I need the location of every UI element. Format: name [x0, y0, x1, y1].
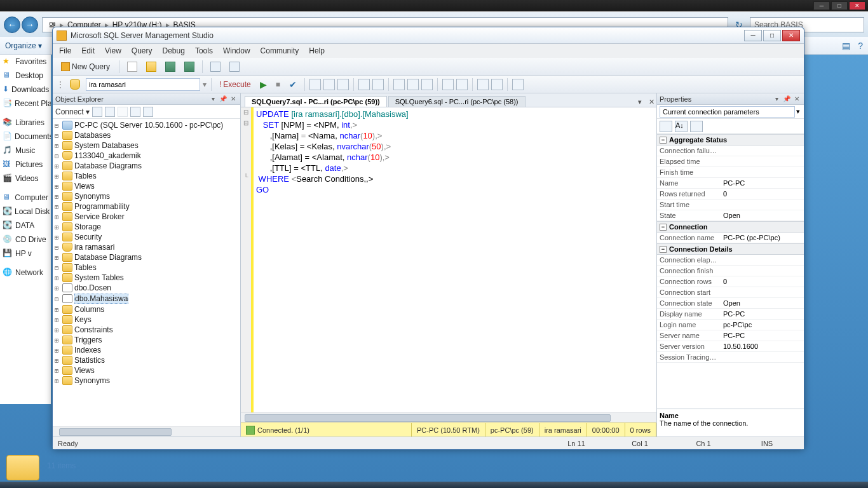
- property-row[interactable]: Server namePC-PC: [657, 330, 804, 341]
- props-pin-icon[interactable]: 📌: [782, 95, 791, 104]
- property-row[interactable]: Connection elapsed: [657, 255, 804, 266]
- property-row[interactable]: Connection namePC-PC (pc-PC\pc): [657, 233, 804, 243]
- sidebar-desktop[interactable]: Desktop: [15, 71, 43, 80]
- property-row[interactable]: Session Tracing ID: [657, 352, 804, 363]
- property-row[interactable]: Login namepc-PC\pc: [657, 320, 804, 330]
- ssms-close-button[interactable]: ✕: [782, 30, 800, 41]
- favorites-heading[interactable]: Favorites: [15, 57, 46, 66]
- results-grid-icon[interactable]: [407, 79, 419, 90]
- menu-edit[interactable]: Edit: [81, 46, 95, 55]
- property-row[interactable]: Start time: [657, 200, 804, 210]
- sql-editor[interactable]: UPDATE [ira ramasari].[dbo].[Mahasiswa] …: [254, 107, 656, 412]
- menu-query[interactable]: Query: [132, 46, 153, 55]
- ssms-minimize-button[interactable]: ─: [744, 30, 762, 41]
- tab-close-icon[interactable]: ✕: [646, 97, 656, 107]
- registered-servers-button[interactable]: [226, 60, 243, 74]
- view-options-icon[interactable]: ▤: [842, 41, 850, 51]
- filter-icon[interactable]: [130, 107, 140, 117]
- disconnect-icon[interactable]: [105, 107, 115, 117]
- execute-button[interactable]: ! Execute: [216, 78, 254, 91]
- editor-hscroll[interactable]: [241, 412, 656, 423]
- menu-help[interactable]: Help: [309, 46, 325, 55]
- organize-menu[interactable]: Organize ▾: [5, 41, 42, 50]
- categorized-icon[interactable]: [660, 121, 672, 132]
- display-plan-icon[interactable]: [309, 79, 321, 90]
- comment-icon[interactable]: [442, 79, 454, 90]
- alphabetical-icon[interactable]: A↓: [675, 121, 688, 132]
- props-close-icon[interactable]: ✕: [792, 95, 801, 104]
- property-row[interactable]: Connection stateOpen: [657, 298, 804, 309]
- tab-sqlquery7[interactable]: SQLQuery7.sql - PC...ri (pc-PC\pc (59)): [245, 96, 387, 107]
- connect-dropdown[interactable]: Connect ▾: [55, 107, 90, 116]
- results-file-icon[interactable]: [421, 79, 433, 90]
- new-query-button[interactable]: New Query: [57, 60, 114, 73]
- tab-sqlquery6[interactable]: SQLQuery6.sql - PC...ri (pc-PC\pc (58)): [388, 96, 526, 107]
- properties-grid[interactable]: −Aggregate Status Connection failuresEla…: [657, 134, 804, 409]
- activity-monitor-button[interactable]: [207, 60, 224, 74]
- props-dropdown-icon[interactable]: ▾: [772, 95, 781, 104]
- network-heading[interactable]: Network: [15, 268, 43, 277]
- outer-close-button[interactable]: ✕: [849, 1, 865, 10]
- connect-icon[interactable]: [92, 107, 102, 117]
- sidebar-data[interactable]: DATA: [15, 221, 34, 230]
- results-text-icon[interactable]: [393, 79, 405, 90]
- panel-pin-icon[interactable]: 📌: [219, 95, 227, 104]
- sidebar-local[interactable]: Local Disk: [15, 207, 50, 216]
- sidebar-cd[interactable]: CD Drive: [15, 235, 46, 244]
- debug-button[interactable]: ▶: [257, 78, 270, 92]
- property-row[interactable]: Connection finish: [657, 266, 804, 276]
- parse-button[interactable]: ✔: [286, 78, 300, 92]
- sidebar-music[interactable]: Music: [15, 146, 35, 155]
- property-row[interactable]: Display namePC-PC: [657, 309, 804, 320]
- menu-community[interactable]: Community: [261, 46, 299, 55]
- property-row[interactable]: Elapsed time: [657, 156, 804, 167]
- libraries-heading[interactable]: Libraries: [15, 118, 44, 127]
- sidebar-recent[interactable]: Recent Places: [15, 99, 51, 108]
- outer-maximize-button[interactable]: □: [831, 1, 848, 10]
- new-file-button[interactable]: [124, 60, 140, 74]
- sidebar-documents[interactable]: Documents: [15, 132, 51, 141]
- property-row[interactable]: NamePC-PC: [657, 178, 804, 189]
- property-row[interactable]: Connection failures: [657, 146, 804, 156]
- sidebar-hp[interactable]: HP v: [15, 249, 32, 258]
- computer-heading[interactable]: Computer: [15, 193, 48, 202]
- sidebar-downloads[interactable]: Downloads: [11, 85, 49, 94]
- include-plan-icon[interactable]: [358, 79, 370, 90]
- nav-back-button[interactable]: ←: [4, 17, 20, 33]
- property-row[interactable]: Server version10.50.1600: [657, 341, 804, 352]
- tab-list-icon[interactable]: ▾: [635, 97, 645, 107]
- specify-values-icon[interactable]: [512, 79, 524, 90]
- panel-dropdown-icon[interactable]: ▾: [208, 95, 217, 104]
- outdent-icon[interactable]: [491, 79, 503, 90]
- outer-minimize-button[interactable]: ─: [813, 1, 830, 10]
- stop-button[interactable]: ■: [273, 78, 283, 91]
- ssms-maximize-button[interactable]: □: [763, 30, 781, 41]
- ssms-titlebar[interactable]: Microsoft SQL Server Management Studio ─…: [53, 27, 804, 44]
- property-row[interactable]: Finish time: [657, 167, 804, 178]
- menu-debug[interactable]: Debug: [163, 46, 185, 55]
- objexp-hscroll[interactable]: [53, 426, 240, 437]
- property-row[interactable]: Connection rows0: [657, 276, 804, 287]
- sidebar-pictures[interactable]: Pictures: [15, 160, 43, 169]
- change-connection-button[interactable]: [67, 78, 83, 92]
- database-combo[interactable]: [86, 78, 200, 91]
- uncomment-icon[interactable]: [456, 79, 468, 90]
- property-row[interactable]: StateOpen: [657, 210, 804, 221]
- nav-forward-button[interactable]: →: [22, 17, 38, 33]
- refresh-tree-icon[interactable]: [143, 107, 153, 117]
- props-object-combo[interactable]: [660, 106, 795, 118]
- help-icon[interactable]: ?: [858, 41, 863, 51]
- include-stats-icon[interactable]: [372, 79, 384, 90]
- property-row[interactable]: Rows returned0: [657, 189, 804, 200]
- open-file-button[interactable]: [143, 60, 159, 74]
- save-all-button[interactable]: [181, 60, 198, 74]
- stop-icon[interactable]: [118, 107, 128, 117]
- intellisense-icon[interactable]: [337, 79, 349, 90]
- menu-tools[interactable]: Tools: [195, 46, 213, 55]
- menu-file[interactable]: File: [59, 46, 71, 55]
- menu-view[interactable]: View: [105, 46, 121, 55]
- taskbar[interactable]: [0, 482, 868, 488]
- panel-close-icon[interactable]: ✕: [229, 95, 238, 104]
- property-row[interactable]: Connection start: [657, 287, 804, 298]
- query-options-icon[interactable]: [323, 79, 335, 90]
